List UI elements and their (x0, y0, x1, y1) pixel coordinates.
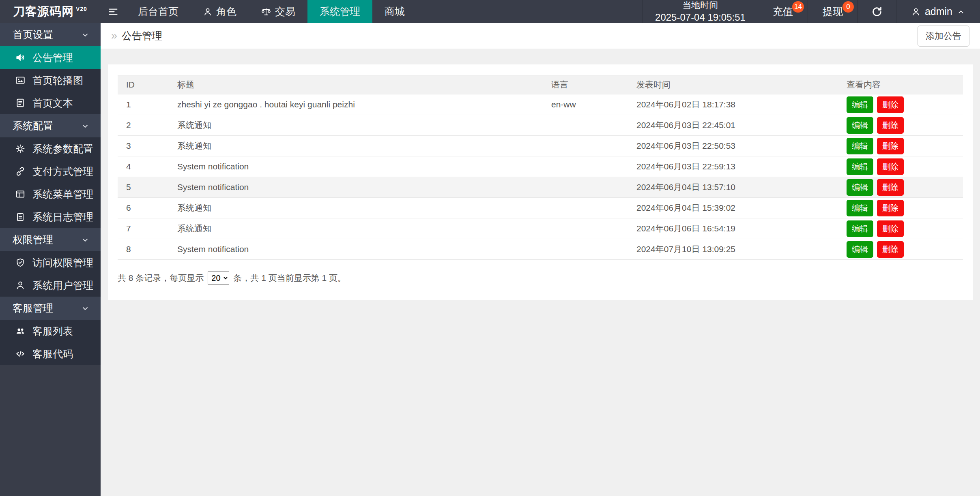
top-menu-item-system[interactable]: 系统管理 (307, 0, 372, 23)
cell-id: 8 (118, 239, 169, 260)
recharge-button[interactable]: 充值 14 (758, 0, 808, 23)
user-menu[interactable]: admin (896, 0, 980, 23)
cell-published: 2024年06月06日 16:54:19 (628, 218, 838, 239)
cell-published: 2024年06月04日 15:39:02 (628, 198, 838, 218)
sidebar-item-label: 首页文本 (32, 96, 73, 110)
sidebar-item-home-text[interactable]: 首页文本 (0, 92, 101, 114)
chevron-down-icon (80, 30, 90, 40)
pagination-summary-suffix: 条，共 1 页当前显示第 1 页。 (233, 272, 346, 284)
withdraw-label: 提现 (823, 5, 843, 18)
chevron-up-icon (956, 7, 965, 16)
column-header-language: 语言 (543, 75, 628, 94)
sidebar-item-payment-methods[interactable]: 支付方式管理 (0, 160, 101, 183)
cell-title: 系统通知 (169, 136, 543, 156)
chevron-down-icon (80, 235, 90, 245)
cell-id: 2 (118, 115, 169, 136)
log-clipboard-icon (15, 212, 26, 222)
code-icon (15, 348, 26, 359)
sidebar-group-home-settings[interactable]: 首页设置 (0, 23, 101, 46)
gear-icon (15, 143, 26, 154)
sidebar-group-label: 权限管理 (13, 233, 53, 246)
sidebar-item-label: 公告管理 (32, 51, 73, 64)
cell-id: 3 (118, 136, 169, 156)
local-time-block: 当地时间 2025-07-04 19:05:51 (643, 0, 758, 23)
cell-language (543, 136, 628, 156)
edit-button[interactable]: 编辑 (847, 96, 873, 113)
top-menu-item-trade[interactable]: 交易 (249, 0, 307, 23)
delete-button[interactable]: 删除 (877, 117, 904, 134)
edit-button[interactable]: 编辑 (847, 179, 873, 196)
edit-button[interactable]: 编辑 (847, 158, 873, 175)
user-icon (15, 280, 26, 291)
sidebar-item-label: 客服代码 (32, 347, 73, 361)
edit-button[interactable]: 编辑 (847, 220, 873, 237)
breadcrumb-chevrons-icon: » (111, 30, 117, 42)
top-menu-item-dashboard[interactable]: 后台首页 (126, 0, 191, 23)
table-row: 6 系统通知 2024年06月04日 15:39:02 编辑删除 (118, 198, 963, 218)
pagination-summary-prefix: 共 8 条记录，每页显示 (118, 272, 204, 284)
top-menu: 后台首页 角色 交易 系统管理 商城 (126, 0, 417, 23)
add-announcement-button[interactable]: 添加公告 (918, 26, 969, 47)
sidebar-group-support[interactable]: 客服管理 (0, 297, 101, 320)
page-title: 公告管理 (122, 29, 162, 43)
main-content: » 公告管理 添加公告 ID 标题 语言 发表时间 查看内容 1 zheshi … (101, 23, 980, 496)
sidebar-item-announcements[interactable]: 公告管理 (0, 46, 101, 69)
table-row: 8 System notification 2024年07月10日 13:09:… (118, 239, 963, 260)
app-logo[interactable]: 刀客源码网 V20 (0, 0, 101, 23)
document-icon (15, 98, 26, 108)
announcements-card: ID 标题 语言 发表时间 查看内容 1 zheshi yi ze gongga… (108, 64, 973, 300)
user-avatar-icon (911, 7, 921, 17)
refresh-button[interactable] (858, 0, 896, 23)
sidebar-collapse-button[interactable] (101, 0, 126, 23)
withdraw-button[interactable]: 提现 0 (808, 0, 858, 23)
sidebar-group-system-config[interactable]: 系统配置 (0, 114, 101, 137)
edit-button[interactable]: 编辑 (847, 117, 873, 134)
username: admin (925, 6, 952, 17)
table-row: 2 系统通知 2024年06月03日 22:45:01 编辑删除 (118, 115, 963, 136)
delete-button[interactable]: 删除 (877, 200, 904, 216)
delete-button[interactable]: 删除 (877, 96, 904, 113)
hamburger-icon (107, 6, 119, 17)
column-header-actions: 查看内容 (838, 75, 963, 94)
sidebar-item-system-params[interactable]: 系统参数配置 (0, 137, 101, 160)
top-menu-label: 系统管理 (320, 5, 360, 18)
chevron-down-icon (80, 121, 90, 131)
local-time-value: 2025-07-04 19:05:51 (655, 11, 746, 24)
delete-button[interactable]: 删除 (877, 241, 904, 258)
cell-title: 系统通知 (169, 218, 543, 239)
cell-published: 2024年06月04日 13:57:10 (628, 177, 838, 198)
sidebar-item-access-permissions[interactable]: 访问权限管理 (0, 251, 101, 274)
edit-button[interactable]: 编辑 (847, 241, 873, 258)
local-time-label: 当地时间 (655, 0, 746, 11)
edit-button[interactable]: 编辑 (847, 138, 873, 154)
edit-button[interactable]: 编辑 (847, 200, 873, 216)
sidebar-group-permissions[interactable]: 权限管理 (0, 228, 101, 251)
cell-published: 2024年06月03日 22:45:01 (628, 115, 838, 136)
top-menu-item-shop[interactable]: 商城 (372, 0, 417, 23)
cell-id: 1 (118, 94, 169, 115)
page-size-select[interactable]: 20 (208, 271, 229, 285)
cell-language (543, 239, 628, 260)
pagination: 共 8 条记录，每页显示 20 条，共 1 页当前显示第 1 页。 (118, 271, 963, 285)
delete-button[interactable]: 删除 (877, 158, 904, 175)
sidebar-item-support-list[interactable]: 客服列表 (0, 320, 101, 342)
sidebar-item-system-menus[interactable]: 系统菜单管理 (0, 183, 101, 205)
delete-button[interactable]: 删除 (877, 138, 904, 154)
top-menu-item-roles[interactable]: 角色 (191, 0, 249, 23)
carousel-image-icon (15, 75, 26, 86)
sidebar-item-support-code[interactable]: 客服代码 (0, 342, 101, 365)
top-menu-label: 商城 (385, 5, 405, 18)
cell-language (543, 156, 628, 177)
sidebar-item-home-carousel[interactable]: 首页轮播图 (0, 69, 101, 92)
top-menu-label: 角色 (216, 5, 236, 18)
top-menu-label: 交易 (275, 5, 295, 18)
person-icon (203, 7, 213, 17)
sidebar-item-system-logs[interactable]: 系统日志管理 (0, 205, 101, 228)
sidebar-item-label: 系统菜单管理 (32, 188, 93, 201)
scales-icon (261, 6, 271, 17)
delete-button[interactable]: 删除 (877, 220, 904, 237)
announcements-table: ID 标题 语言 发表时间 查看内容 1 zheshi yi ze gongga… (118, 75, 963, 260)
delete-button[interactable]: 删除 (877, 179, 904, 196)
sidebar-item-system-users[interactable]: 系统用户管理 (0, 274, 101, 297)
cell-id: 6 (118, 198, 169, 218)
